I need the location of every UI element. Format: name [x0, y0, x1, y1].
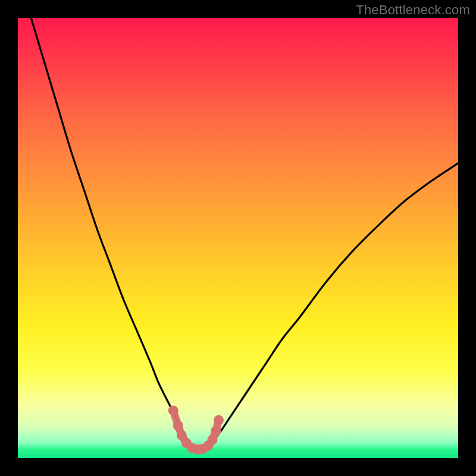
marker-dot — [208, 434, 218, 444]
chart-frame: TheBottleneck.com — [0, 0, 476, 476]
marker-dot — [214, 415, 224, 425]
marker-dot — [211, 426, 221, 436]
bottleneck-curve — [31, 18, 458, 450]
highlight-markers — [168, 406, 224, 455]
watermark-text: TheBottleneck.com — [356, 2, 470, 18]
plot-area — [18, 18, 458, 458]
marker-dot — [173, 421, 183, 431]
chart-svg — [18, 18, 458, 458]
marker-dot — [168, 406, 178, 416]
